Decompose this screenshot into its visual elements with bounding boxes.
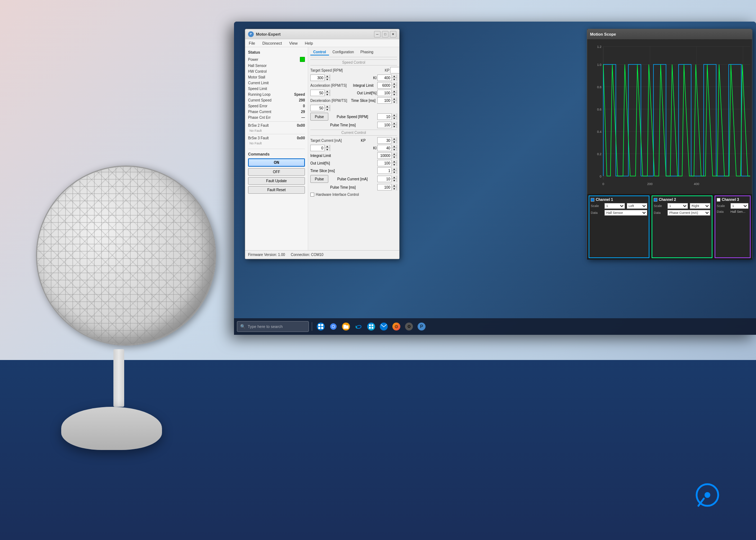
- int-down-speed[interactable]: ▼: [392, 85, 397, 89]
- ps-down[interactable]: ▼: [392, 117, 397, 120]
- widgets-icon: [317, 323, 325, 330]
- ch2-side-select[interactable]: Left Right: [690, 203, 710, 209]
- out-limit-spinbox-speed[interactable]: 100 ▲▼: [377, 90, 397, 96]
- out-down-speed[interactable]: ▼: [392, 93, 397, 96]
- ch1-scale-select[interactable]: 1: [604, 203, 625, 209]
- ch2-scale-select[interactable]: 1: [667, 203, 688, 209]
- channel-3-box: Channel 3 Scale 1 Data Hall Sen...: [715, 195, 751, 258]
- pulse-speed-spinbox[interactable]: 10 ▲▼: [377, 113, 397, 120]
- tb-icon-photos[interactable]: ⊙: [391, 321, 402, 332]
- tc-down[interactable]: ▼: [325, 148, 330, 151]
- target-speed-up[interactable]: ▲: [325, 75, 330, 78]
- il-down-current[interactable]: ▼: [392, 156, 397, 159]
- time-slice-spinbox-speed[interactable]: 100 ▲▼: [377, 97, 397, 104]
- decel-down[interactable]: ▼: [325, 108, 330, 111]
- svg-point-28: [332, 325, 334, 328]
- tc-up[interactable]: ▲: [325, 145, 330, 148]
- target-speed-spinbox[interactable]: 300 ▲▼: [310, 75, 330, 81]
- out-limit-spinbox-current[interactable]: 100 ▲▼: [377, 160, 397, 166]
- tb-icon-files[interactable]: [340, 321, 352, 332]
- ch1-data-select[interactable]: Hall Sensor Phase Current (mA) Speed: [604, 210, 647, 216]
- close-button[interactable]: ✕: [390, 31, 396, 37]
- time-slice-spinbox-current[interactable]: 1 ▲▼: [377, 167, 397, 174]
- store-icon: [367, 323, 375, 330]
- pt-up-speed[interactable]: ▲: [392, 122, 397, 125]
- commands-section: Commands ON OFF Fault Update Fault Reset: [248, 149, 305, 194]
- tb-icon-store[interactable]: [365, 321, 377, 332]
- out-limit-label-current: Out Limit[%]: [310, 161, 330, 165]
- ptc-down[interactable]: ▼: [392, 187, 397, 190]
- scope-chart: 0 0.2 0.4 0.6 0.8 1.0 1.2 0 200 400: [587, 39, 752, 194]
- pc-down[interactable]: ▼: [392, 179, 397, 182]
- search-bar[interactable]: 🔍 Type here to search: [237, 321, 309, 332]
- on-button[interactable]: ON: [248, 158, 305, 167]
- ch2-checkbox[interactable]: [654, 198, 657, 202]
- tb-icon-settings[interactable]: ⚙: [403, 321, 415, 332]
- accel-up[interactable]: ▲: [325, 90, 330, 93]
- speed-pulse-button[interactable]: Pulse: [310, 113, 328, 121]
- pulse-time-spinbox-speed[interactable]: 100 ▲▼: [377, 122, 397, 128]
- menu-file[interactable]: File: [247, 40, 257, 46]
- edge-icon: [355, 323, 363, 330]
- accel-down[interactable]: ▼: [325, 93, 330, 96]
- tb-icon-chrome[interactable]: [328, 321, 339, 332]
- ch1-checkbox[interactable]: [591, 198, 594, 202]
- pt-down-speed[interactable]: ▼: [392, 125, 397, 128]
- current-pulse-button[interactable]: Pulse: [310, 175, 328, 183]
- menu-disconnect[interactable]: Disconnect: [261, 40, 283, 46]
- ol-up-current[interactable]: ▲: [392, 160, 397, 163]
- ki-spinbox-speed[interactable]: 400 ▲▼: [377, 75, 397, 81]
- menu-view[interactable]: View: [288, 40, 299, 46]
- pulse-current-spinbox[interactable]: 10 ▲▼: [377, 176, 397, 182]
- off-button[interactable]: OFF: [248, 168, 305, 176]
- out-up-speed[interactable]: ▲: [392, 90, 397, 93]
- tab-phasing[interactable]: Phasing: [357, 49, 376, 55]
- fault-reset-button[interactable]: Fault Reset: [248, 186, 305, 194]
- target-current-spinbox[interactable]: 0 ▲▼: [310, 145, 330, 151]
- int-limit-spinbox-current[interactable]: 10000 ▲▼: [377, 152, 397, 159]
- ps-up[interactable]: ▲: [392, 113, 397, 117]
- tab-configuration[interactable]: Configuration: [330, 49, 357, 55]
- pulse-time-spinbox-current[interactable]: 100 ▲▼: [377, 184, 397, 190]
- acceleration-spinbox[interactable]: 50 ▲▼: [310, 90, 330, 96]
- ki-up-current[interactable]: ▲: [392, 145, 397, 148]
- ch1-side-select[interactable]: Left Right: [627, 203, 647, 209]
- pc-up[interactable]: ▲: [392, 176, 397, 179]
- integral-limit-value-speed: 6000: [378, 84, 391, 87]
- fault-update-button[interactable]: Fault Update: [248, 177, 305, 185]
- kp-down-current[interactable]: ▼: [392, 140, 397, 144]
- tsc-up[interactable]: ▲: [392, 167, 397, 171]
- ts-up-speed[interactable]: ▲: [392, 97, 397, 100]
- svg-rect-24: [318, 327, 320, 329]
- ch2-data-select[interactable]: Hall Sensor Phase Current (mA) Speed: [667, 210, 710, 216]
- ch3-checkbox[interactable]: [717, 198, 720, 202]
- ol-down-current[interactable]: ▼: [392, 163, 397, 166]
- kp-up-current[interactable]: ▲: [392, 137, 397, 140]
- ki-down-current[interactable]: ▼: [392, 148, 397, 151]
- ts-down-speed[interactable]: ▼: [392, 100, 397, 104]
- hw-interface-checkbox[interactable]: [310, 193, 314, 197]
- menu-help[interactable]: Help: [303, 40, 315, 46]
- il-up-current[interactable]: ▲: [392, 152, 397, 156]
- integral-limit-spinbox-speed[interactable]: 6000 ▲▼: [377, 82, 397, 89]
- tsc-down[interactable]: ▼: [392, 171, 397, 174]
- tb-icon-edge[interactable]: [353, 321, 364, 332]
- kp-spinbox-speed[interactable]: 30 ▲▼: [390, 67, 399, 73]
- current-limit-label: Current Limit: [248, 81, 269, 85]
- ptc-up[interactable]: ▲: [392, 184, 397, 187]
- tab-control[interactable]: Control: [310, 49, 329, 55]
- int-up-speed[interactable]: ▲: [392, 82, 397, 85]
- tb-icon-widgets[interactable]: [315, 321, 327, 332]
- maximize-button[interactable]: □: [382, 31, 388, 37]
- ki-up-speed[interactable]: ▲: [392, 75, 397, 78]
- kp-spinbox-current[interactable]: 30 ▲▼: [377, 137, 397, 144]
- ch3-scale-select[interactable]: 1: [730, 203, 748, 209]
- ki-spinbox-current[interactable]: 40 ▲▼: [377, 145, 397, 151]
- deceleration-spinbox[interactable]: 50 ▲▼: [310, 105, 330, 111]
- ki-down-speed[interactable]: ▼: [392, 78, 397, 81]
- tb-icon-mail[interactable]: [378, 321, 390, 332]
- minimize-button[interactable]: ─: [374, 31, 381, 37]
- tb-icon-motor[interactable]: P: [416, 321, 427, 332]
- decel-up[interactable]: ▲: [325, 105, 330, 108]
- target-speed-down[interactable]: ▼: [325, 78, 330, 81]
